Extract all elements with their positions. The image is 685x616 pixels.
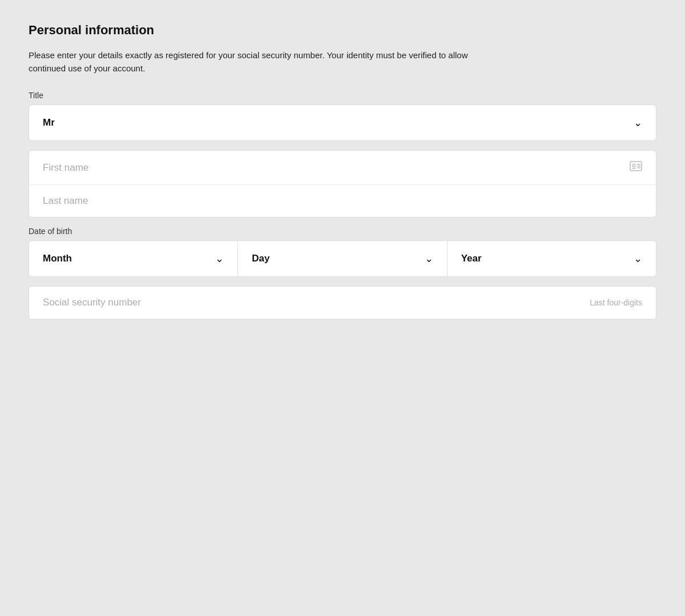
page-container: Personal information Please enter your d… — [29, 23, 656, 320]
month-select-value: Month — [43, 253, 72, 264]
title-chevron-icon: ⌄ — [634, 116, 642, 129]
dob-label: Date of birth — [29, 227, 656, 236]
title-select[interactable]: Mr ⌄ — [29, 105, 656, 140]
id-card-icon — [630, 161, 642, 174]
day-chevron-icon: ⌄ — [425, 252, 433, 265]
title-field-group: Title Mr ⌄ — [29, 91, 656, 141]
svg-point-1 — [632, 164, 635, 167]
month-chevron-icon: ⌄ — [215, 252, 224, 265]
year-select-value: Year — [461, 253, 482, 264]
last-name-input[interactable] — [43, 195, 642, 207]
year-select[interactable]: Year ⌄ — [448, 241, 656, 276]
last-name-row — [29, 185, 656, 217]
day-select[interactable]: Day ⌄ — [238, 241, 447, 276]
dob-card: Month ⌄ Day ⌄ Year ⌄ — [29, 240, 656, 277]
day-select-value: Day — [252, 253, 269, 264]
first-name-input[interactable] — [43, 162, 624, 174]
title-select-value: Mr — [43, 117, 55, 128]
dob-field-group: Date of birth Month ⌄ Day ⌄ Year ⌄ — [29, 227, 656, 277]
ssn-card: Last four-digits — [29, 286, 656, 320]
title-label: Title — [29, 91, 656, 100]
year-chevron-icon: ⌄ — [634, 252, 642, 265]
ssn-row: Last four-digits — [29, 287, 656, 319]
ssn-hint: Last four-digits — [590, 298, 642, 307]
title-select-card: Mr ⌄ — [29, 104, 656, 141]
first-name-row — [29, 151, 656, 185]
month-select[interactable]: Month ⌄ — [29, 241, 238, 276]
ssn-input[interactable] — [43, 297, 583, 308]
dob-row: Month ⌄ Day ⌄ Year ⌄ — [29, 241, 656, 276]
page-description: Please enter your details exactly as reg… — [29, 49, 474, 75]
name-card — [29, 150, 656, 218]
page-title: Personal information — [29, 23, 656, 38]
